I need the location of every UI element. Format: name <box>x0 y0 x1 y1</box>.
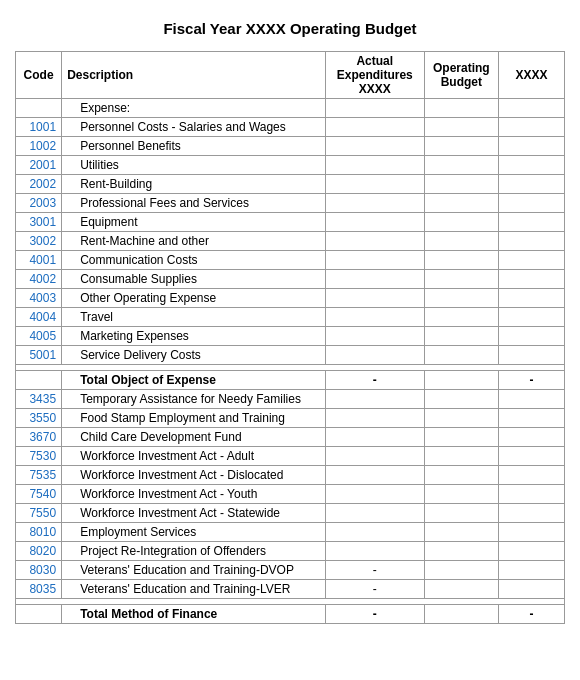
expense-row: 4003 Other Operating Expense <box>16 289 565 308</box>
desc-cell: Service Delivery Costs <box>62 346 326 365</box>
finance-row: 7535 Workforce Investment Act - Dislocat… <box>16 466 565 485</box>
expense-row: 2002 Rent-Building <box>16 175 565 194</box>
total-finance-actual: - <box>325 605 424 624</box>
desc-cell: Food Stamp Employment and Training <box>62 409 326 428</box>
actual-cell: - <box>325 580 424 599</box>
code-cell: 3001 <box>16 213 62 232</box>
desc-cell: Veterans' Education and Training-LVER <box>62 580 326 599</box>
total-expense-label: Total Object of Expense <box>62 371 326 390</box>
expense-row: 2001 Utilities <box>16 156 565 175</box>
desc-cell: Personnel Benefits <box>62 137 326 156</box>
code-cell: 3550 <box>16 409 62 428</box>
col-header-actual: Actual Expenditures XXXX <box>325 52 424 99</box>
finance-row: 8030 Veterans' Education and Training-DV… <box>16 561 565 580</box>
code-cell: 7540 <box>16 485 62 504</box>
code-cell: 2002 <box>16 175 62 194</box>
total-finance-label: Total Method of Finance <box>62 605 326 624</box>
code-cell: 2003 <box>16 194 62 213</box>
finance-row: 8010 Employment Services <box>16 523 565 542</box>
desc-cell: Temporary Assistance for Needy Families <box>62 390 326 409</box>
code-cell: 4002 <box>16 270 62 289</box>
finance-row: 3435 Temporary Assistance for Needy Fami… <box>16 390 565 409</box>
desc-cell: Rent-Building <box>62 175 326 194</box>
code-cell: 7550 <box>16 504 62 523</box>
total-expense-actual: - <box>325 371 424 390</box>
actual-cell <box>325 428 424 447</box>
total-expense-budget: - <box>499 371 565 390</box>
expense-row: 4005 Marketing Expenses <box>16 327 565 346</box>
desc-cell: Equipment <box>62 213 326 232</box>
desc-cell: Veterans' Education and Training-DVOP <box>62 561 326 580</box>
expense-label: Expense: <box>62 99 326 118</box>
finance-row: 7540 Workforce Investment Act - Youth <box>16 485 565 504</box>
finance-row: 8035 Veterans' Education and Training-LV… <box>16 580 565 599</box>
finance-row: 3670 Child Care Development Fund <box>16 428 565 447</box>
code-cell: 7530 <box>16 447 62 466</box>
code-cell: 7535 <box>16 466 62 485</box>
desc-cell: Communication Costs <box>62 251 326 270</box>
desc-cell: Child Care Development Fund <box>62 428 326 447</box>
desc-cell: Workforce Investment Act - Youth <box>62 485 326 504</box>
code-cell: 8020 <box>16 542 62 561</box>
expense-row: 5001 Service Delivery Costs <box>16 346 565 365</box>
total-expense-row: Total Object of Expense - - <box>16 371 565 390</box>
col-header-budget-label: Operating Budget <box>424 52 498 99</box>
finance-row: 3550 Food Stamp Employment and Training <box>16 409 565 428</box>
actual-cell <box>325 542 424 561</box>
code-cell: 8010 <box>16 523 62 542</box>
actual-cell <box>325 390 424 409</box>
code-cell: 4004 <box>16 308 62 327</box>
budget-table: Code Description Actual Expenditures XXX… <box>15 51 565 624</box>
finance-row: 7530 Workforce Investment Act - Adult <box>16 447 565 466</box>
code-cell: 5001 <box>16 346 62 365</box>
finance-row: 8020 Project Re-Integration of Offenders <box>16 542 565 561</box>
desc-cell: Consumable Supplies <box>62 270 326 289</box>
expense-row: 1002 Personnel Benefits <box>16 137 565 156</box>
code-cell: 4005 <box>16 327 62 346</box>
desc-cell: Rent-Machine and other <box>62 232 326 251</box>
code-cell: 2001 <box>16 156 62 175</box>
desc-cell: Marketing Expenses <box>62 327 326 346</box>
col-header-code: Code <box>16 52 62 99</box>
expense-row: 4001 Communication Costs <box>16 251 565 270</box>
desc-cell: Personnel Costs - Salaries and Wages <box>62 118 326 137</box>
desc-cell: Professional Fees and Services <box>62 194 326 213</box>
code-cell: 4001 <box>16 251 62 270</box>
total-finance-budget: - <box>499 605 565 624</box>
code-cell: 8030 <box>16 561 62 580</box>
finance-row: 7550 Workforce Investment Act - Statewid… <box>16 504 565 523</box>
col-header-description: Description <box>62 52 326 99</box>
actual-cell <box>325 466 424 485</box>
expense-row: 2003 Professional Fees and Services <box>16 194 565 213</box>
actual-cell: - <box>325 561 424 580</box>
actual-cell <box>325 409 424 428</box>
desc-cell: Utilities <box>62 156 326 175</box>
actual-cell <box>325 504 424 523</box>
desc-cell: Workforce Investment Act - Dislocated <box>62 466 326 485</box>
code-cell: 4003 <box>16 289 62 308</box>
desc-cell: Other Operating Expense <box>62 289 326 308</box>
desc-cell: Workforce Investment Act - Adult <box>62 447 326 466</box>
actual-cell <box>325 447 424 466</box>
expense-row: 4004 Travel <box>16 308 565 327</box>
desc-cell: Workforce Investment Act - Statewide <box>62 504 326 523</box>
actual-cell <box>325 485 424 504</box>
code-cell: 3002 <box>16 232 62 251</box>
code-cell: 8035 <box>16 580 62 599</box>
expense-row: 4002 Consumable Supplies <box>16 270 565 289</box>
expense-row: 3001 Equipment <box>16 213 565 232</box>
code-cell: 3435 <box>16 390 62 409</box>
code-cell: 1001 <box>16 118 62 137</box>
code-cell: 1002 <box>16 137 62 156</box>
desc-cell: Employment Services <box>62 523 326 542</box>
expense-row: 1001 Personnel Costs - Salaries and Wage… <box>16 118 565 137</box>
desc-cell: Project Re-Integration of Offenders <box>62 542 326 561</box>
col-header-budget-year: XXXX <box>499 52 565 99</box>
actual-cell <box>325 523 424 542</box>
page-title: Fiscal Year XXXX Operating Budget <box>15 20 565 37</box>
code-cell: 3670 <box>16 428 62 447</box>
desc-cell: Travel <box>62 308 326 327</box>
total-finance-row: Total Method of Finance - - <box>16 605 565 624</box>
expense-header-row: Expense: <box>16 99 565 118</box>
expense-row: 3002 Rent-Machine and other <box>16 232 565 251</box>
